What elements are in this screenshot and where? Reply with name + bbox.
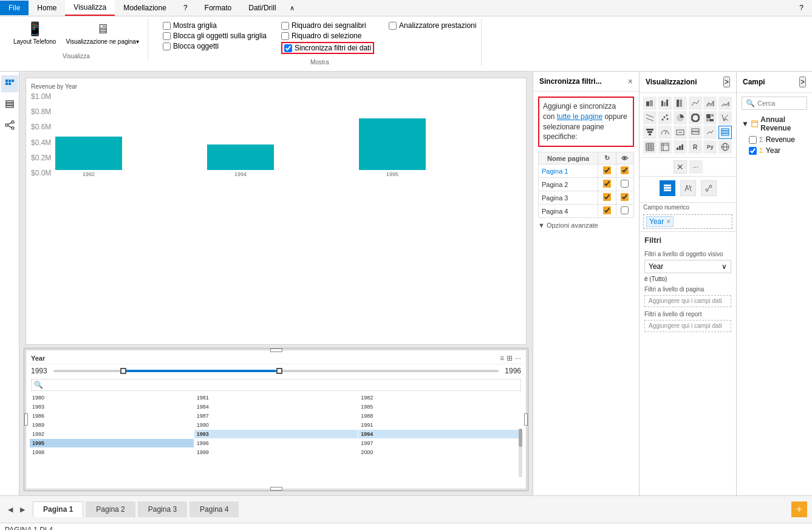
slicer-item[interactable]: 1987 [194,412,358,420]
tab-modellazione[interactable]: Modellazione [115,1,175,15]
viz-analytics-icon[interactable] [701,180,717,196]
slicer-widget[interactable]: Year ≡ ⊞ ··· 1993 1996 🔍 [26,350,527,489]
slicer-item[interactable]: 1980 [30,393,194,402]
sync-page-visible-1[interactable] [616,178,633,191]
slicer-item[interactable]: 1998 [30,448,194,457]
slicer-item[interactable]: 1990 [194,421,358,429]
visualizzazione-pagina-button[interactable]: 🖥 Visualizzazione ne pagina▾ [62,19,142,48]
viz-stacked-area[interactable] [718,97,732,110]
bar-chart-container[interactable]: Revenue by Year $1.0M $0.8M $0.6M $0.4M … [26,78,527,345]
sidebar-icon-report[interactable] [1,75,18,92]
bar-1995[interactable]: 1995 [359,118,426,177]
nav-prev-button[interactable]: ◀ [5,504,16,515]
riquadro-selezione-input[interactable] [281,32,289,40]
year-field-box[interactable]: Year × [643,214,732,229]
page-tab-pagina-2[interactable]: Pagina 2 [86,501,135,517]
viz-r-script[interactable]: R [689,140,702,154]
checkbox-blocca-oggetti[interactable]: Blocca oggetti [163,42,267,50]
bar-1994[interactable]: 1994 [207,144,274,177]
slicer-item[interactable]: 1996 [194,439,358,447]
slider-track[interactable] [53,370,499,372]
blocca-griglia-input[interactable] [163,32,171,40]
viz-kpi[interactable] [703,126,717,139]
bar-1992[interactable]: 1992 [55,137,122,177]
tab-formato[interactable]: Formato [196,1,241,15]
field-group-annual-revenue-header[interactable]: ▼ Annual Revenue [737,114,812,134]
sync-page-sync-0[interactable] [598,165,616,178]
sync-page-sync-3[interactable] [598,205,616,218]
tab-visualizza[interactable]: Visualizza [65,0,115,16]
slicer-item[interactable]: 1994 [358,430,522,438]
analizzatore-input[interactable] [389,22,397,30]
slicer-search-input[interactable] [46,382,518,389]
sync-panel-close-button[interactable]: × [628,76,633,86]
viz-clustered-bar[interactable] [658,97,672,110]
slicer-expand-icon[interactable]: ⊞ [507,354,513,362]
year-field-clear-button[interactable]: × [666,217,670,226]
viz-fields-icon[interactable] [660,180,675,196]
advanced-options[interactable]: ▼ Opzioni avanzate [538,218,634,233]
slicer-item[interactable]: 1989 [30,421,194,429]
checkbox-analizzatore[interactable]: Analizzatore prestazioni [389,21,476,30]
viz-panel-expand-button[interactable]: > [723,76,730,87]
sync-page-sync-1[interactable] [598,178,616,191]
checkbox-riquadro-selezione[interactable]: Riquadro di selezione [281,32,374,40]
fields-search-box[interactable]: 🔍 [742,97,807,110]
viz-format-icon[interactable] [680,180,696,196]
slicer-item[interactable]: 1981 [194,393,358,402]
slicer-menu-icon[interactable]: ≡ [500,354,504,362]
viz-more-icon[interactable]: ··· [689,160,703,174]
viz-slicer[interactable] [718,126,732,139]
viz-azure-map[interactable] [718,140,732,154]
field-year-checkbox[interactable] [749,147,757,155]
page-tab-pagina-3[interactable]: Pagina 3 [138,501,187,517]
tab-question[interactable]: ? [175,1,196,15]
viz-ribbon[interactable] [643,111,657,124]
slicer-more-icon[interactable]: ··· [515,354,521,362]
sync-page-visible-0[interactable] [616,165,633,178]
fields-panel-expand-button[interactable]: > [799,76,806,87]
slicer-item[interactable]: 1985 [358,403,522,411]
slicer-item[interactable]: 1991 [358,421,522,429]
viz-pie[interactable] [674,111,687,124]
viz-area[interactable] [703,97,717,110]
viz-stacked-bar[interactable] [643,97,657,110]
viz-cross-icon[interactable]: ✕ [674,160,687,174]
slicer-scrollbar[interactable] [519,429,522,477]
mostra-griglia-input[interactable] [163,22,171,30]
add-page-button[interactable]: + [791,501,807,517]
tab-home[interactable]: Home [29,1,65,15]
slicer-item[interactable]: 1993 [194,430,358,438]
checkbox-mostra-griglia[interactable]: Mostra griglia [163,21,267,30]
tab-file[interactable]: File [0,1,29,15]
viz-card[interactable] [674,126,687,139]
blocca-oggetti-input[interactable] [163,42,171,50]
viz-waterfall[interactable] [674,140,687,154]
checkbox-sincronizza-filtri[interactable]: Sincronizza filtri dei dati [281,42,374,54]
layout-telefono-button[interactable]: 📱 Layout Telefono [10,19,60,48]
sync-page-visible-2[interactable] [616,191,633,205]
slicer-item[interactable]: 1992 [30,430,194,438]
viz-gauge[interactable] [658,126,672,139]
tab-datidrill[interactable]: Dati/Drill [240,1,284,15]
page-tab-pagina-4[interactable]: Pagina 4 [189,501,239,517]
tab-help[interactable]: ? [791,1,812,15]
viz-donut[interactable] [689,111,702,124]
field-item-revenue[interactable]: Σ Revenue [737,134,812,145]
viz-python-script[interactable]: Py [703,140,717,154]
viz-map[interactable] [718,111,732,124]
viz-table[interactable] [643,140,657,154]
viz-treemap[interactable] [703,111,717,124]
filtri-report-add-box[interactable]: Aggiungere qui i campi dati [644,320,731,332]
fields-search-input[interactable] [757,100,803,107]
sync-page-visible-3[interactable] [616,205,633,218]
viz-100-bar[interactable] [674,97,687,110]
sidebar-icon-data[interactable] [1,96,18,113]
sincronizza-filtri-input[interactable] [284,44,292,52]
slicer-item[interactable]: 1986 [30,412,194,420]
riquadro-segnalibri-input[interactable] [281,22,289,30]
page-tab-pagina-1[interactable]: Pagina 1 [33,501,83,517]
viz-matrix[interactable] [658,140,672,154]
viz-funnel[interactable] [643,126,657,139]
slicer-item[interactable]: 1984 [194,403,358,411]
